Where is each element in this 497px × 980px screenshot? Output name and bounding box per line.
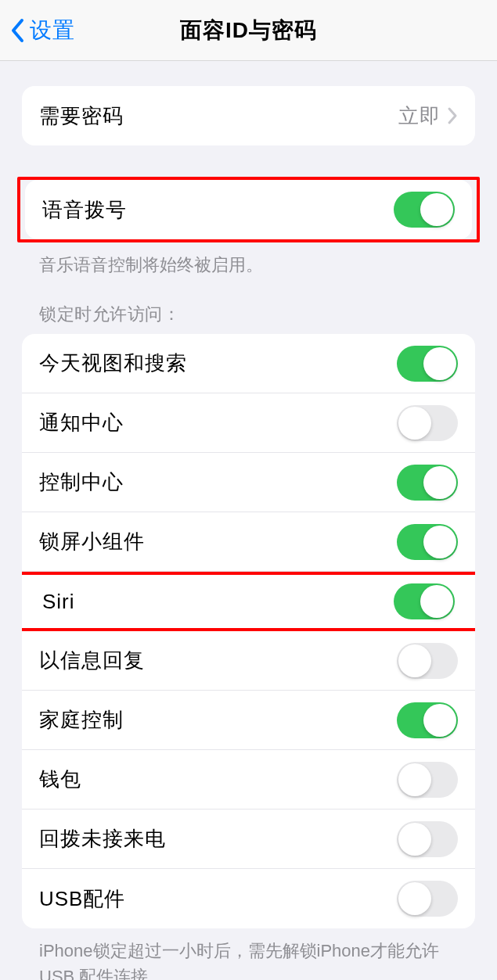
locked-access-toggle[interactable] [397,405,458,441]
locked-access-toggle[interactable] [397,346,458,382]
locked-access-row: USB配件 [22,869,475,928]
locked-access-row: 以信息回复 [22,631,475,691]
locked-access-toggle[interactable] [397,821,458,857]
locked-access-row: 钱包 [22,750,475,809]
locked-access-label: Siri [42,590,75,614]
locked-access-row: 家庭控制 [22,691,475,750]
locked-access-label: 回拨未接来电 [39,825,166,853]
chevron-left-icon [9,18,25,43]
locked-access-toggle[interactable] [397,762,458,798]
locked-access-toggle[interactable] [397,702,458,738]
back-label: 设置 [30,16,75,45]
voice-dial-row: 语音拨号 [25,180,472,239]
row-right: 立即 [398,102,458,130]
toggle-knob [420,585,453,618]
locked-access-toggle[interactable] [397,643,458,679]
locked-access-label: 家庭控制 [39,706,124,734]
require-passcode-group: 需要密码 立即 [22,86,475,145]
locked-access-label: 通知中心 [39,409,124,436]
toggle-knob [423,347,456,380]
locked-access-toggle[interactable] [397,524,458,560]
locked-access-toggle[interactable] [397,881,458,917]
voice-dial-highlight: 语音拨号 [17,177,480,242]
locked-access-label: 锁屏小组件 [39,528,145,555]
toggle-knob [423,704,456,737]
locked-access-label: USB配件 [39,885,125,913]
locked-access-label: 今天视图和搜索 [39,350,187,377]
toggle-knob [423,526,456,558]
toggle-knob [423,466,456,499]
chevron-right-icon [447,106,458,125]
toggle-knob [398,407,431,440]
locked-access-row: 通知中心 [22,393,475,453]
require-passcode-row[interactable]: 需要密码 立即 [22,86,475,145]
locked-access-footer: iPhone锁定超过一小时后，需先解锁iPhone才能允许USB 配件连接。 [22,938,475,980]
toggle-knob [398,882,431,915]
toggle-knob [398,823,431,856]
locked-access-toggle[interactable] [394,583,455,619]
header: 设置 面容ID与密码 [0,0,497,61]
locked-access-row: 控制中心 [22,453,475,512]
locked-access-row: Siri [22,572,475,631]
locked-access-label: 控制中心 [39,468,124,496]
require-passcode-label: 需要密码 [39,102,124,130]
voice-dial-footer: 音乐语音控制将始终被启用。 [22,252,475,278]
locked-access-row: 回拨未接来电 [22,809,475,869]
locked-access-row: 今天视图和搜索 [22,334,475,393]
voice-dial-group: 语音拨号 [25,180,472,239]
toggle-knob [398,763,431,796]
locked-access-label: 钱包 [39,766,81,793]
voice-dial-label: 语音拨号 [42,196,127,224]
locked-access-toggle[interactable] [397,465,458,501]
locked-access-group: 今天视图和搜索通知中心控制中心锁屏小组件Siri以信息回复家庭控制钱包回拨未接来… [22,334,475,928]
voice-dial-toggle[interactable] [394,192,455,228]
back-button[interactable]: 设置 [0,16,75,45]
toggle-knob [398,644,431,677]
locked-access-header: 锁定时允许访问： [22,303,475,326]
toggle-knob [420,193,453,226]
locked-access-row: 锁屏小组件 [22,512,475,572]
require-passcode-value: 立即 [398,102,441,130]
locked-access-label: 以信息回复 [39,647,145,674]
